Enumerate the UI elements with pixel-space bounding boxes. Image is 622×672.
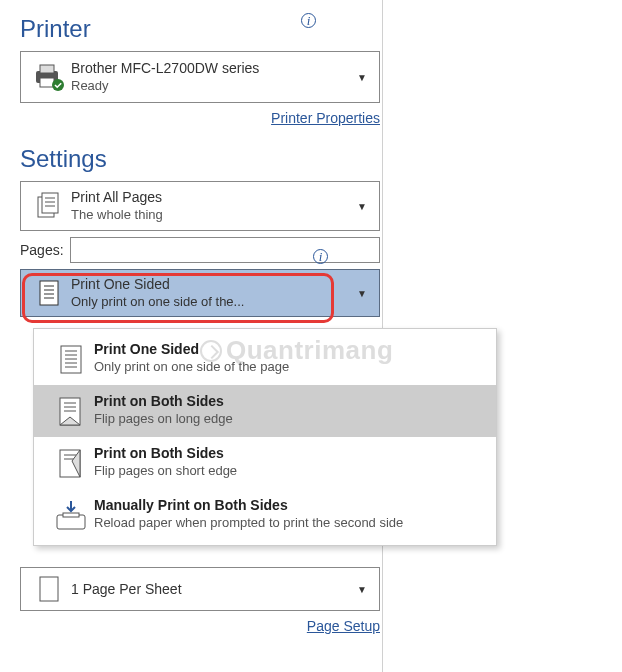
- sides-option-manual[interactable]: Manually Print on Both Sides Reload pape…: [34, 489, 496, 541]
- chevron-down-icon: ▼: [353, 201, 371, 212]
- sides-selector[interactable]: Print One Sided Only print on one side o…: [20, 269, 380, 317]
- print-scope-selector[interactable]: Print All Pages The whole thing ▼: [20, 181, 380, 231]
- manual-feed-icon: [48, 497, 94, 533]
- printer-status: Ready: [71, 78, 353, 95]
- settings-heading: Settings: [20, 145, 380, 173]
- single-page-icon: [29, 278, 71, 308]
- svg-rect-29: [63, 513, 79, 517]
- pages-input[interactable]: [70, 237, 380, 263]
- sides-dropdown-menu: Print One Sided Only print on one side o…: [33, 328, 497, 546]
- option-subtitle: Flip pages on short edge: [94, 463, 482, 478]
- option-title: Manually Print on Both Sides: [94, 497, 482, 513]
- printer-icon: [29, 63, 71, 91]
- pages-label: Pages:: [20, 242, 64, 258]
- printer-name: Brother MFC-L2700DW series: [71, 59, 353, 77]
- info-icon[interactable]: i: [301, 13, 316, 28]
- svg-rect-2: [40, 78, 54, 87]
- option-subtitle: Only print on one side of the page: [94, 359, 482, 374]
- printer-properties-link[interactable]: Printer Properties: [271, 110, 380, 126]
- option-title: Print One Sided: [94, 341, 482, 357]
- flip-short-icon: [48, 445, 94, 481]
- pps-title: 1 Page Per Sheet: [71, 580, 353, 598]
- pages-icon: [29, 191, 71, 221]
- chevron-down-icon: ▼: [353, 288, 371, 299]
- single-page-icon: [29, 574, 71, 604]
- option-title: Print on Both Sides: [94, 393, 482, 409]
- option-subtitle: Flip pages on long edge: [94, 411, 482, 426]
- scope-title: Print All Pages: [71, 188, 353, 206]
- printer-selector[interactable]: Brother MFC-L2700DW series Ready ▼: [20, 51, 380, 103]
- svg-point-3: [52, 79, 64, 91]
- flip-long-icon: [48, 393, 94, 429]
- svg-rect-1: [40, 65, 54, 73]
- sides-selected-subtitle: Only print on one side of the...: [71, 294, 353, 311]
- pages-per-sheet-selector[interactable]: 1 Page Per Sheet ▼: [20, 567, 380, 611]
- sides-option-both-short[interactable]: Print on Both Sides Flip pages on short …: [34, 437, 496, 489]
- svg-rect-9: [40, 281, 58, 305]
- page-setup-link[interactable]: Page Setup: [307, 618, 380, 634]
- scope-subtitle: The whole thing: [71, 207, 353, 224]
- option-subtitle: Reload paper when prompted to print the …: [94, 515, 482, 530]
- info-icon[interactable]: i: [313, 249, 328, 264]
- sides-selected-title: Print One Sided: [71, 275, 353, 293]
- single-page-icon: [48, 341, 94, 377]
- svg-rect-5: [42, 193, 58, 213]
- chevron-down-icon: ▼: [353, 584, 371, 595]
- svg-rect-14: [40, 577, 58, 601]
- sides-option-both-long[interactable]: Print on Both Sides Flip pages on long e…: [34, 385, 496, 437]
- printer-heading: Printer: [20, 15, 380, 43]
- sides-option-one-sided[interactable]: Print One Sided Only print on one side o…: [34, 333, 496, 385]
- option-title: Print on Both Sides: [94, 445, 482, 461]
- chevron-down-icon: ▼: [353, 72, 371, 83]
